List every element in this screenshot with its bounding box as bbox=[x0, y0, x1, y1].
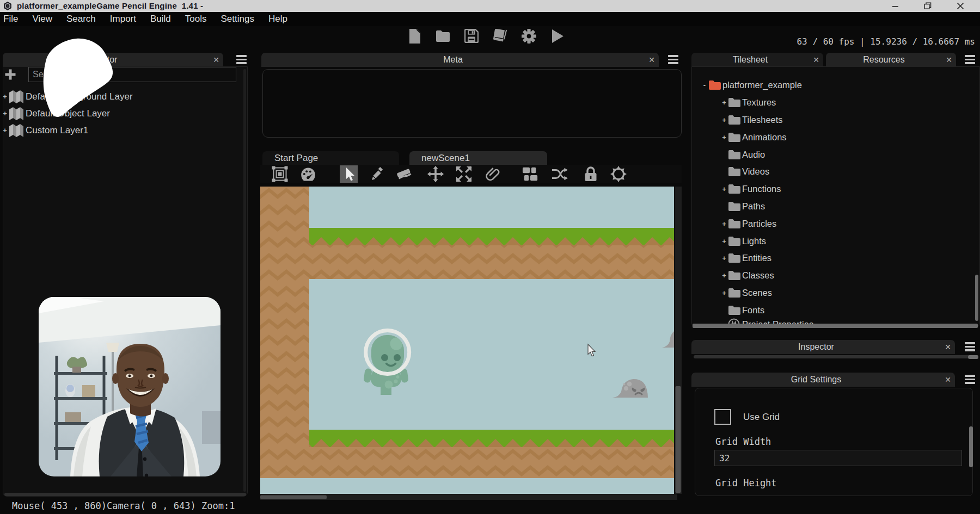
resource-row-animations[interactable]: + Animations bbox=[692, 128, 979, 146]
scene-tool-tiles-icon[interactable] bbox=[522, 166, 538, 182]
resource-root-row[interactable]: - platformer_example bbox=[692, 77, 979, 94]
tab-new-scene[interactable]: newScene1 bbox=[409, 151, 547, 165]
resources-vscrollbar[interactable] bbox=[975, 275, 978, 321]
resource-label: Animations bbox=[742, 132, 787, 143]
tab-tilesheet[interactable]: Tilesheet ✕ bbox=[691, 53, 823, 67]
use-grid-checkbox[interactable] bbox=[714, 409, 731, 425]
scene-tool-eraser-icon[interactable] bbox=[396, 166, 412, 182]
meta-menu-icon[interactable] bbox=[668, 55, 678, 64]
resource-row-paths[interactable]: Paths bbox=[692, 198, 979, 215]
minimize-button[interactable] bbox=[884, 0, 906, 12]
folder-icon bbox=[728, 236, 741, 247]
scene-tool-cursor-active[interactable] bbox=[340, 165, 358, 183]
resource-expander[interactable]: + bbox=[720, 237, 728, 245]
resources-close-icon[interactable]: ✕ bbox=[942, 55, 956, 64]
scene-tool-pencil-icon[interactable] bbox=[370, 166, 386, 182]
resource-row-tilesheets[interactable]: + Tilesheets bbox=[692, 112, 979, 129]
layer-expander[interactable]: + bbox=[1, 92, 9, 101]
menu-tools[interactable]: Tools bbox=[185, 14, 207, 24]
grid-settings-menu-icon[interactable] bbox=[965, 375, 975, 384]
documentation-icon[interactable] bbox=[491, 27, 509, 45]
scene-tool-rotate-icon[interactable] bbox=[610, 166, 627, 182]
tab-inspector[interactable]: Inspector ✕ bbox=[691, 340, 955, 354]
tab-grid-settings[interactable]: Grid Settings ✕ bbox=[691, 373, 955, 387]
scene-tool-lock-icon[interactable] bbox=[583, 166, 599, 182]
settings-gear-icon[interactable] bbox=[519, 27, 538, 45]
tab-start-page[interactable]: Start Page bbox=[262, 151, 399, 165]
scene-tool-gauge-icon[interactable] bbox=[300, 166, 316, 182]
menu-help[interactable]: Help bbox=[268, 14, 287, 24]
close-button[interactable] bbox=[950, 0, 971, 12]
resource-expander[interactable]: + bbox=[720, 116, 728, 124]
open-project-icon[interactable] bbox=[433, 27, 452, 45]
resource-row-lights[interactable]: + Lights bbox=[692, 232, 979, 250]
resource-row-scenes[interactable]: + Scenes bbox=[692, 284, 979, 302]
tilesheet-close-icon[interactable]: ✕ bbox=[809, 55, 823, 64]
editor-hscrollbar[interactable] bbox=[4, 493, 246, 496]
inspector-menu-icon[interactable] bbox=[965, 342, 975, 351]
menu-import[interactable]: Import bbox=[110, 14, 136, 24]
resource-row-classes[interactable]: + Classes bbox=[692, 267, 979, 284]
scene-canvas[interactable] bbox=[260, 187, 682, 500]
inspector-close-icon[interactable]: ✕ bbox=[941, 343, 955, 351]
save-icon[interactable] bbox=[462, 27, 481, 45]
new-file-icon[interactable] bbox=[405, 27, 424, 45]
resource-row-entities[interactable]: + Entities bbox=[692, 250, 979, 267]
folder-icon bbox=[728, 114, 741, 126]
scene-tool-shuffle-icon[interactable] bbox=[552, 166, 568, 182]
resource-label: Textures bbox=[742, 97, 776, 108]
inspector-panel-title: Inspector bbox=[691, 342, 941, 352]
editor-menu-icon[interactable] bbox=[236, 55, 247, 64]
grid-height-label: Grid Height bbox=[715, 478, 777, 488]
resource-expander[interactable]: - bbox=[701, 81, 708, 89]
resource-row-audio[interactable]: Audio bbox=[692, 146, 979, 163]
status-bar: Mouse( 453 , 860)Camera( 0 , 643) Zoom:1 bbox=[12, 500, 235, 511]
resource-label: Functions bbox=[742, 184, 781, 194]
menu-view[interactable]: View bbox=[32, 14, 52, 24]
resource-expander[interactable]: + bbox=[720, 289, 728, 297]
tab-meta[interactable]: Meta ✕ bbox=[261, 53, 659, 67]
folder-icon bbox=[728, 97, 741, 108]
grid-width-input[interactable]: 32 bbox=[714, 450, 962, 466]
resource-expander[interactable]: + bbox=[720, 220, 728, 228]
resource-label: Tilesheets bbox=[742, 115, 783, 125]
scene-tool-move-icon[interactable] bbox=[427, 166, 444, 182]
scene-tool-attach-icon[interactable] bbox=[485, 166, 501, 182]
scene-tool-transform-icon[interactable] bbox=[272, 166, 288, 182]
resource-expander[interactable]: + bbox=[720, 254, 728, 262]
play-icon[interactable] bbox=[548, 27, 567, 45]
resource-expander[interactable]: + bbox=[720, 98, 728, 107]
editor-close-icon[interactable]: ✕ bbox=[209, 55, 223, 64]
scene-tool-scale-icon[interactable] bbox=[456, 166, 472, 182]
layer-expander[interactable]: + bbox=[1, 109, 9, 117]
add-layer-button[interactable] bbox=[4, 69, 17, 82]
resource-expander[interactable]: + bbox=[720, 185, 728, 193]
resource-expander[interactable]: + bbox=[720, 133, 728, 141]
menu-build[interactable]: Build bbox=[150, 14, 171, 24]
resource-label: Entities bbox=[742, 253, 771, 263]
layer-expander[interactable]: + bbox=[1, 126, 9, 134]
use-grid-label: Use Grid bbox=[743, 412, 780, 423]
inspector-hscrollbar[interactable] bbox=[694, 355, 978, 358]
resource-expander[interactable]: + bbox=[720, 271, 728, 280]
resources-tab-label: Resources bbox=[826, 55, 942, 65]
grid-settings-vscrollbar[interactable] bbox=[969, 426, 973, 467]
folder-icon bbox=[728, 287, 741, 299]
menu-file[interactable]: File bbox=[3, 14, 18, 24]
editor-vscrollbar[interactable] bbox=[243, 69, 246, 492]
resources-panel-body: - platformer_example + Textures + Tilesh… bbox=[691, 66, 980, 327]
resource-row-videos[interactable]: Videos bbox=[692, 163, 979, 181]
resource-label: Fonts bbox=[742, 305, 764, 315]
resources-menu-icon[interactable] bbox=[965, 55, 975, 64]
tab-resources[interactable]: Resources ✕ bbox=[826, 53, 956, 67]
meta-close-icon[interactable]: ✕ bbox=[645, 55, 659, 64]
restore-button[interactable] bbox=[917, 0, 939, 12]
resource-row-particles[interactable]: + Particles bbox=[692, 215, 979, 232]
resource-row-textures[interactable]: + Textures bbox=[692, 94, 979, 112]
menu-search[interactable]: Search bbox=[66, 14, 96, 24]
resource-label: Lights bbox=[742, 236, 766, 246]
resources-hscrollbar[interactable] bbox=[693, 324, 978, 328]
resource-row-functions[interactable]: + Functions bbox=[692, 181, 979, 198]
grid-settings-close-icon[interactable]: ✕ bbox=[941, 375, 955, 384]
menu-settings[interactable]: Settings bbox=[221, 14, 254, 24]
